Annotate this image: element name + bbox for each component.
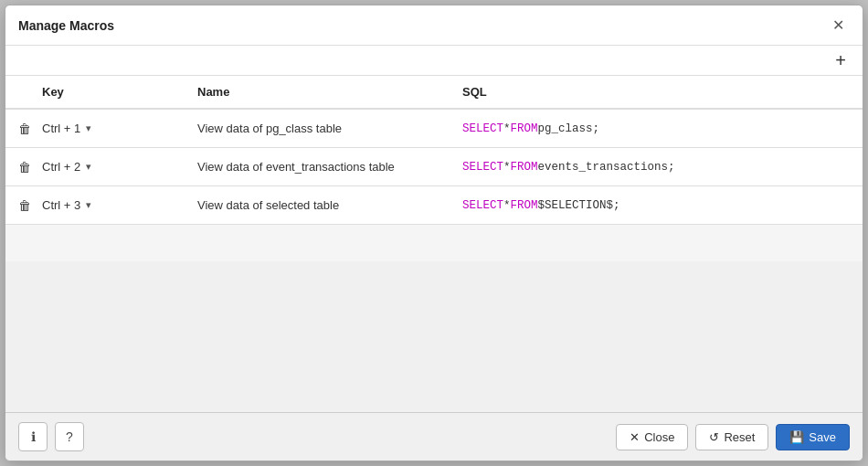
sql-cell-3: SELECT * FROM $SELECTION$; xyxy=(453,192,863,219)
dialog-header: Manage Macros ✕ xyxy=(5,5,863,46)
sql-keyword: FROM xyxy=(511,199,538,212)
col-header-name: Name xyxy=(188,81,453,102)
key-cell-1: Ctrl + 1 ▾ xyxy=(33,114,188,143)
sql-cell-1: SELECT * FROM pg_class; xyxy=(453,115,863,143)
name-cell-1: View data of pg_class table xyxy=(188,114,453,143)
sql-keyword: SELECT xyxy=(462,161,503,174)
key-value-1: Ctrl + 1 xyxy=(42,122,80,135)
col-header-delete xyxy=(5,81,33,102)
save-icon: 💾 xyxy=(789,430,804,444)
table-row: 🗑 Ctrl + 2 ▾ View data of event_transact… xyxy=(5,148,863,186)
key-chevron-3[interactable]: ▾ xyxy=(84,199,93,211)
name-cell-3: View data of selected table xyxy=(188,191,453,219)
table-row: 🗑 Ctrl + 3 ▾ View data of selected table… xyxy=(5,186,863,225)
reset-button[interactable]: ↺ Reset xyxy=(695,424,768,450)
footer-left: ℹ ? xyxy=(18,422,84,451)
sql-normal: $SELECTION$; xyxy=(538,199,620,212)
key-value-3: Ctrl + 3 xyxy=(42,198,80,212)
delete-cell: 🗑 xyxy=(5,189,33,222)
delete-row-3-button[interactable]: 🗑 xyxy=(15,196,35,215)
delete-row-2-button[interactable]: 🗑 xyxy=(15,158,35,176)
add-macro-button[interactable]: + xyxy=(831,51,850,69)
header-close-button[interactable]: ✕ xyxy=(827,15,850,36)
delete-cell: 🗑 xyxy=(5,112,33,145)
key-cell-3: Ctrl + 3 ▾ xyxy=(33,191,188,219)
key-value-2: Ctrl + 2 xyxy=(42,160,80,174)
toolbar: + xyxy=(5,46,863,76)
key-cell-2: Ctrl + 2 ▾ xyxy=(33,153,188,181)
close-icon: ✕ xyxy=(630,430,640,444)
table-header: Key Name SQL xyxy=(5,76,863,110)
sql-cell-2: SELECT * FROM events_transactions; xyxy=(453,154,863,181)
sql-keyword: SELECT xyxy=(462,199,503,212)
col-header-key: Key xyxy=(33,81,188,102)
sql-normal: * xyxy=(503,199,511,212)
help-icon: ? xyxy=(66,429,73,444)
save-button[interactable]: 💾 Save xyxy=(776,424,850,450)
sql-normal: * xyxy=(503,122,511,135)
sql-keyword: FROM xyxy=(511,161,538,174)
footer-right: ✕ Close ↺ Reset 💾 Save xyxy=(616,424,850,450)
name-cell-2: View data of event_transactions table xyxy=(188,153,453,181)
reset-label: Reset xyxy=(724,430,755,444)
table-body: 🗑 Ctrl + 1 ▾ View data of pg_class table… xyxy=(5,110,863,261)
help-button[interactable]: ? xyxy=(55,422,84,451)
info-icon: ℹ xyxy=(31,429,36,444)
dialog-title: Manage Macros xyxy=(18,18,114,33)
key-chevron-1[interactable]: ▾ xyxy=(84,122,93,134)
delete-cell: 🗑 xyxy=(5,151,33,184)
col-header-sql: SQL xyxy=(453,81,863,102)
sql-normal: pg_class; xyxy=(538,122,600,135)
close-label: Close xyxy=(644,430,674,444)
sql-keyword: SELECT xyxy=(462,122,503,135)
save-label: Save xyxy=(809,430,836,444)
close-button[interactable]: ✕ Close xyxy=(616,424,688,450)
key-chevron-2[interactable]: ▾ xyxy=(84,161,93,173)
info-button[interactable]: ℹ xyxy=(18,422,48,451)
empty-area xyxy=(5,261,863,413)
sql-keyword: FROM xyxy=(511,122,538,135)
sql-normal: events_transactions; xyxy=(538,161,675,174)
table-row: 🗑 Ctrl + 1 ▾ View data of pg_class table… xyxy=(5,110,863,148)
delete-row-1-button[interactable]: 🗑 xyxy=(15,120,35,138)
sql-normal: * xyxy=(503,161,511,174)
reset-icon: ↺ xyxy=(709,430,719,444)
dialog-footer: ℹ ? ✕ Close ↺ Reset 💾 Save xyxy=(5,412,863,461)
manage-macros-dialog: Manage Macros ✕ + Key Name SQL 🗑 Ctrl + … xyxy=(5,5,863,461)
